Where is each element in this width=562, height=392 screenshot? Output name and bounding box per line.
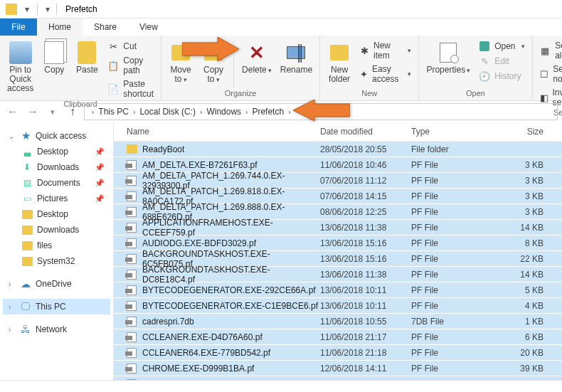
new-folder-button[interactable]: New folder [324,40,354,85]
table-row[interactable]: BACKGROUNDTASKHOST.EXE-DC8E18C4.pf13/06/… [114,267,562,282]
delete-button[interactable]: ✕ Delete▾ [239,40,275,77]
file-date: 11/06/2018 21:17 [320,332,411,342]
table-row[interactable]: BYTECODEGENERATOR.EXE-C1E9BCE6.pf13/06/2… [114,298,562,314]
file-size: 14 KB [504,270,553,280]
qat-dropdown[interactable]: ▾ [22,4,32,14]
tab-share[interactable]: Share [83,18,128,36]
navigation-pane: ⌄★Quick access ▃Desktop📌 ⬇Downloads📌 ▤Do… [0,122,114,380]
paste-button[interactable]: Paste [72,40,102,76]
nav-desktop2[interactable]: Desktop [3,206,110,222]
file-type: PF File [411,176,504,186]
new-item-button[interactable]: ✱New item▾ [357,40,414,61]
pin-quick-access-button[interactable]: Pin to Quick access [4,40,36,95]
file-name: CHROME.EXE-D999B1BB.pf [142,379,320,381]
file-name: cadrespri.7db [142,317,320,327]
table-row[interactable]: CHROME.EXE-D999B1BB.pf12/06/2018 01:49PF… [114,376,562,380]
file-type: PF File [411,207,504,217]
nav-network[interactable]: ›🖧Network [3,322,110,337]
file-date: 13/06/2018 11:38 [320,223,411,233]
easy-access-button[interactable]: ✦Easy access▾ [357,63,414,85]
file-icon [127,223,137,233]
table-row[interactable]: CCLEANER64.EXE-779BD542.pf11/06/2018 21:… [114,345,562,361]
col-type[interactable]: Type [411,127,504,137]
qat-customize[interactable]: ▾ [43,4,53,14]
file-icon [127,191,137,201]
breadcrumb-prefetch[interactable]: Prefetch [252,107,284,117]
titlebar: ▾ ▾ Prefetch [0,0,562,18]
breadcrumb-localdisk[interactable]: Local Disk (C:) [139,107,196,117]
file-list-pane: Name Date modified Type Size ReadyBoot28… [114,122,562,380]
file-date: 12/06/2018 14:11 [320,364,411,374]
file-rows: ReadyBoot28/05/2018 20:55File folderAM_D… [114,142,562,380]
open-button[interactable]: Open▾ [476,40,527,53]
cloud-icon: ☁ [20,278,31,290]
nav-downloads[interactable]: ⬇Downloads📌 [3,159,110,175]
file-name: AM_DELTA.EXE-B7261F63.pf [142,160,320,170]
file-size: 4 KB [504,301,553,311]
file-size: 14 KB [504,223,553,233]
nav-onedrive[interactable]: ›☁OneDrive [3,276,110,292]
file-type: PF File [411,301,504,311]
edit-button[interactable]: ✎Edit [476,55,527,68]
tab-file[interactable]: File [0,18,37,36]
col-size[interactable]: Size [504,127,553,137]
col-name[interactable]: Name [122,127,320,137]
table-row[interactable]: CHROME.EXE-D999B1BA.pf12/06/2018 14:11PF… [114,361,562,376]
star-icon: ★ [20,130,31,142]
file-type: PF File [411,191,504,201]
back-button[interactable]: ← [4,103,21,120]
addressbar: ← → ▾ ↑ › This PC› Local Disk (C:)› Wind… [0,101,562,122]
breadcrumb-windows[interactable]: Windows [206,107,241,117]
col-date[interactable]: Date modified [320,127,411,137]
folder-icon [21,240,33,251]
documents-icon: ▤ [21,177,33,189]
file-icon [127,364,137,374]
nav-thispc[interactable]: ›🖵This PC [3,299,110,314]
select-none-button[interactable]: ☐Select none [537,63,563,85]
copy-button[interactable]: Copy [39,40,69,76]
nav-files[interactable]: files [3,238,110,253]
file-name: ReadyBoot [142,144,320,154]
file-type: PF File [411,223,504,233]
file-type: PF File [411,285,504,295]
file-date: 11/06/2018 21:18 [320,348,411,358]
file-size: 8 KB [504,238,553,248]
recent-button[interactable]: ▾ [44,103,61,120]
file-type: PF File [411,270,504,280]
pictures-icon: ▭ [21,193,33,204]
nav-system32[interactable]: System32 [3,253,110,269]
nav-documents[interactable]: ▤Documents📌 [3,175,110,191]
nav-pictures[interactable]: ▭Pictures📌 [3,191,110,206]
forward-button[interactable]: → [24,103,41,120]
file-size: 6 KB [504,332,553,342]
file-date: 13/06/2018 11:38 [320,270,411,280]
file-icon [127,160,137,170]
nav-downloads2[interactable]: Downloads [3,222,110,238]
up-button[interactable]: ↑ [64,103,81,120]
nav-desktop[interactable]: ▃Desktop📌 [3,144,110,159]
tab-view[interactable]: View [128,18,169,36]
breadcrumb-thispc[interactable]: This PC [98,107,129,117]
table-row[interactable]: APPLICATIONFRAMEHOST.EXE-CCEEF759.pf13/0… [114,220,562,235]
file-icon [127,301,137,311]
select-all-button[interactable]: ▦Select all [537,40,563,61]
table-row[interactable]: cadrespri.7db11/06/2018 10:557DB File1 K… [114,314,562,329]
history-button[interactable]: 🕘History [476,70,527,83]
cut-button[interactable]: ✂Cut [105,40,157,53]
rename-button[interactable]: Rename [277,40,315,76]
file-size: 3 KB [504,207,553,217]
network-icon: 🖧 [20,324,31,335]
table-row[interactable]: BYTECODEGENERATOR.EXE-292CE66A.pf13/06/2… [114,282,562,298]
file-type: PF File [411,332,504,342]
desktop-icon: ▃ [21,146,33,157]
table-row[interactable]: ReadyBoot28/05/2018 20:55File folder [114,142,562,157]
properties-button[interactable]: Properties▾ [423,40,473,77]
table-row[interactable]: CCLEANER.EXE-D4D76A60.pf11/06/2018 21:17… [114,329,562,345]
delete-x-icon: ✕ [249,42,265,64]
file-date: 11/06/2018 10:46 [320,160,411,170]
svg-marker-0 [182,37,239,61]
nav-quick-access[interactable]: ⌄★Quick access [3,128,110,144]
copy-path-button[interactable]: 📋Copy path [105,55,157,76]
tab-home[interactable]: Home [37,18,83,36]
paste-shortcut-button[interactable]: 📄Paste shortcut [105,78,157,100]
